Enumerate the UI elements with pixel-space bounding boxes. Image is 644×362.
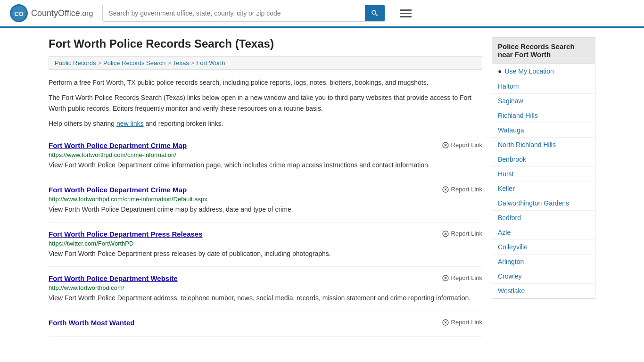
report-icon: [442, 319, 449, 326]
nearby-list: HaltomSaginawRichland HillsWataugaNorth …: [492, 79, 595, 298]
results-list: Fort Worth Police Department Crime Map R…: [49, 134, 482, 337]
result-header: Forth Worth Most Wanted Report Link: [49, 319, 482, 327]
search-icon: [371, 9, 379, 17]
pin-icon: ●: [498, 67, 502, 75]
sidebar-nearby-item: Bedford: [492, 211, 595, 225]
sidebar-nearby-item: Hurst: [492, 167, 595, 181]
breadcrumb-texas[interactable]: Texas: [173, 59, 189, 66]
result-title[interactable]: Fort Worth Police Department Crime Map: [49, 141, 187, 149]
result-item: Fort Worth Police Department Website Rep…: [49, 267, 482, 311]
result-title[interactable]: Fort Worth Police Department Crime Map: [49, 186, 187, 194]
result-url[interactable]: https://www.fortworthpd.com/crime-inform…: [49, 151, 482, 158]
sidebar-city-link[interactable]: Arlington: [492, 255, 595, 269]
sidebar-nearby-item: Azle: [492, 225, 595, 240]
use-location-link[interactable]: Use My Location: [504, 67, 553, 75]
result-item: Fort Worth Police Department Press Relea…: [49, 222, 482, 267]
report-link[interactable]: Report Link: [442, 230, 482, 238]
report-icon: [442, 230, 449, 238]
sidebar-city-link[interactable]: Bedford: [492, 211, 595, 225]
logo[interactable]: CO CountyOffice.org: [9, 4, 93, 23]
report-link[interactable]: Report Link: [442, 274, 482, 282]
sidebar-city-link[interactable]: North Richland Hills: [492, 138, 595, 152]
sidebar-nearby-item: Arlington: [492, 255, 595, 269]
report-icon: [442, 186, 449, 193]
result-header: Fort Worth Police Department Crime Map R…: [49, 186, 482, 194]
sidebar-nearby-item: Dalworthington Gardens: [492, 196, 595, 211]
breadcrumb: Public Records > Police Records Search >…: [49, 56, 482, 70]
description-2: The Fort Worth Police Records Search (Te…: [49, 92, 482, 114]
result-description: View Fort Worth Police Department crime …: [49, 160, 482, 170]
logo-text: CountyOffice.org: [31, 8, 93, 18]
sidebar-nearby-item: North Richland Hills: [492, 138, 595, 152]
breadcrumb-police-records-search[interactable]: Police Records Search: [103, 59, 165, 66]
result-header: Fort Worth Police Department Website Rep…: [49, 274, 482, 282]
report-link[interactable]: Report Link: [442, 319, 482, 326]
sidebar-city-link[interactable]: Saginaw: [492, 94, 595, 108]
sidebar-nearby-item: Watauga: [492, 123, 595, 138]
sidebar-nearby-item: Haltom: [492, 79, 595, 94]
search-input[interactable]: [103, 6, 365, 21]
result-url[interactable]: http://www.fortworthpd.com/crime-informa…: [49, 196, 482, 203]
sidebar-city-link[interactable]: Azle: [492, 225, 595, 239]
result-url[interactable]: http://www.fortworthpd.com/: [49, 284, 482, 291]
result-header: Fort Worth Police Department Press Relea…: [49, 230, 482, 238]
result-description: View Forth Worth Police Department crime…: [49, 205, 482, 214]
sidebar-nearby-item: Keller: [492, 181, 595, 196]
result-item: Forth Worth Most Wanted Report Link: [49, 311, 482, 337]
sidebar-city-link[interactable]: Crowley: [492, 269, 595, 283]
sidebar-nearby-item: Benbrook: [492, 152, 595, 167]
result-title[interactable]: Fort Worth Police Department Website: [49, 274, 178, 282]
sidebar-city-link[interactable]: Keller: [492, 181, 595, 196]
search-bar: [102, 5, 385, 22]
use-location-row: ● Use My Location: [492, 64, 595, 79]
sidebar-nearby-item: Saginaw: [492, 94, 595, 108]
sidebar-city-link[interactable]: Hurst: [492, 167, 595, 181]
page-title: Fort Worth Police Records Search (Texas): [49, 37, 482, 50]
description-3: Help others by sharing new links and rep…: [49, 118, 482, 129]
result-description: View Fort Worth Police Department addres…: [49, 293, 482, 303]
report-icon: [442, 141, 449, 149]
result-url[interactable]: https://twitter.com/FortWorthPD: [49, 240, 482, 247]
sidebar-city-link[interactable]: Dalworthington Gardens: [492, 196, 595, 210]
description-1: Perform a free Fort Worth, TX public pol…: [49, 77, 482, 88]
sidebar-nearby-item: Crowley: [492, 269, 595, 284]
sidebar-nearby-item: Westlake: [492, 284, 595, 298]
svg-text:CO: CO: [14, 10, 24, 17]
result-description: View Fort Worth Police Department press …: [49, 249, 482, 259]
sidebar: Police Records Search near Fort Worth ● …: [492, 37, 595, 337]
menu-button[interactable]: [398, 6, 413, 21]
sidebar-nearby-item: Colleyville: [492, 240, 595, 255]
breadcrumb-public-records[interactable]: Public Records: [55, 59, 96, 66]
result-title[interactable]: Forth Worth Most Wanted: [49, 319, 134, 327]
new-links-link[interactable]: new links: [116, 120, 144, 127]
sidebar-title: Police Records Search near Fort Worth: [492, 38, 595, 64]
sidebar-city-link[interactable]: Benbrook: [492, 152, 595, 166]
content-area: Fort Worth Police Records Search (Texas)…: [49, 37, 482, 337]
result-header: Fort Worth Police Department Crime Map R…: [49, 141, 482, 149]
report-link[interactable]: Report Link: [442, 186, 482, 193]
logo-icon: CO: [9, 4, 28, 23]
sidebar-city-link[interactable]: Watauga: [492, 123, 595, 137]
breadcrumb-fort-worth[interactable]: Fort Worth: [196, 59, 225, 66]
sidebar-city-link[interactable]: Haltom: [492, 79, 595, 93]
sidebar-city-link[interactable]: Colleyville: [492, 240, 595, 254]
report-link[interactable]: Report Link: [442, 141, 482, 149]
result-item: Fort Worth Police Department Crime Map R…: [49, 178, 482, 222]
result-title[interactable]: Fort Worth Police Department Press Relea…: [49, 230, 203, 238]
search-button[interactable]: [365, 5, 385, 21]
sidebar-nearby-item: Richland Hills: [492, 108, 595, 123]
result-item: Fort Worth Police Department Crime Map R…: [49, 134, 482, 178]
sidebar-city-link[interactable]: Richland Hills: [492, 108, 595, 123]
sidebar-city-link[interactable]: Westlake: [492, 284, 595, 298]
report-icon: [442, 274, 449, 282]
sidebar-box: Police Records Search near Fort Worth ● …: [492, 37, 595, 299]
